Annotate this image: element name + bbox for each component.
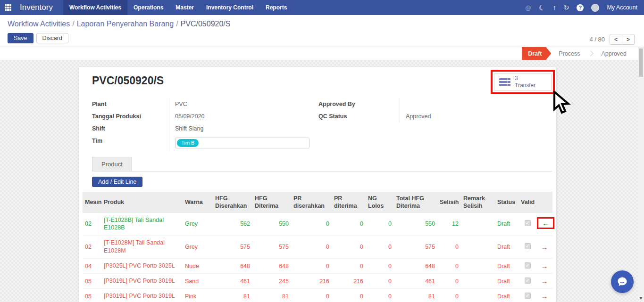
- cell-remark-selisih[interactable]: [461, 289, 495, 302]
- valid-checkbox[interactable]: [525, 262, 531, 269]
- cell-total-hfg-diterima[interactable]: 550: [394, 213, 437, 236]
- table-row[interactable]: 04[P3025L] PVC Porto 3025LNude6486480006…: [83, 259, 552, 274]
- cell-ng-lolos[interactable]: 0: [366, 289, 394, 302]
- discard-button[interactable]: Discard: [36, 33, 68, 43]
- app-brand[interactable]: Inventory: [16, 3, 63, 12]
- cell-selisih[interactable]: 0: [437, 289, 461, 302]
- field-value-plant[interactable]: PVC: [169, 98, 306, 110]
- nav-item-reports[interactable]: Reports: [259, 0, 293, 15]
- nav-item-master[interactable]: Master: [169, 0, 200, 15]
- table-row[interactable]: 02[T-E1028M] Tali Sandal E1028MGrey57557…: [83, 236, 552, 259]
- valid-checkbox[interactable]: [525, 278, 531, 284]
- cell-remark-selisih[interactable]: [461, 213, 495, 236]
- cell-hfg-diserahkan[interactable]: 562: [213, 213, 252, 236]
- cell-hfg-diterima[interactable]: 550: [252, 213, 291, 236]
- cell-total-hfg-diterima[interactable]: 575: [394, 236, 437, 259]
- user-avatar[interactable]: [591, 4, 599, 12]
- cell-ng-lolos[interactable]: 0: [366, 213, 394, 236]
- field-value-shift[interactable]: Shift Siang: [169, 122, 306, 135]
- cell-remark-selisih[interactable]: [461, 259, 495, 274]
- pager-next-button[interactable]: >: [622, 34, 635, 45]
- cell-ng-lolos[interactable]: 0: [366, 274, 394, 289]
- cell-ng-lolos[interactable]: 0: [366, 236, 394, 259]
- col-header-hfg-diserahkan[interactable]: HFG Diserahkan: [213, 192, 252, 213]
- nav-item-operations[interactable]: Operations: [127, 0, 169, 15]
- col-header-warna[interactable]: Warna: [183, 192, 213, 213]
- cell-pr-diserahkan[interactable]: 0: [291, 213, 332, 236]
- cell-warna[interactable]: Nude: [183, 259, 213, 274]
- cell-warna[interactable]: Pink: [183, 289, 213, 302]
- cell-hfg-diterima[interactable]: 81: [252, 289, 291, 302]
- cell-remark-selisih[interactable]: [461, 274, 495, 289]
- table-row[interactable]: 05[P3019L] PVC Porto 3019LPink8181000810…: [83, 289, 552, 302]
- add-edit-line-button[interactable]: Add / Edit Line: [92, 177, 142, 187]
- vertical-scrollbar[interactable]: ▼: [638, 47, 644, 302]
- cell-hfg-diterima[interactable]: 245: [252, 274, 291, 289]
- cell-warna[interactable]: Grey: [183, 236, 213, 259]
- cell-selisih[interactable]: 0: [437, 236, 461, 259]
- col-header-ng-lolos[interactable]: NG Lolos: [366, 192, 394, 213]
- cell-total-hfg-diterima[interactable]: 648: [394, 259, 437, 274]
- tim-tag[interactable]: Tim B: [177, 139, 199, 147]
- cell-mesin[interactable]: 05: [83, 289, 101, 302]
- cell-arrow[interactable]: →: [536, 274, 552, 289]
- col-header-selisih[interactable]: Selisih: [437, 192, 461, 213]
- col-header-pr-diserahkan[interactable]: PR diserahkan: [291, 192, 332, 213]
- cell-arrow[interactable]: →: [536, 259, 552, 274]
- help-icon[interactable]: ?: [577, 4, 584, 11]
- field-value-tanggal-produksi[interactable]: 05/09/2020: [169, 110, 306, 122]
- cell-arrow[interactable]: ←: [536, 213, 552, 236]
- cell-selisih[interactable]: 0: [437, 259, 461, 274]
- pager-previous-button[interactable]: <: [610, 34, 622, 45]
- cell-total-hfg-diterima[interactable]: 81: [394, 289, 437, 302]
- cell-arrow[interactable]: →: [536, 289, 552, 302]
- valid-checkbox[interactable]: [525, 243, 531, 249]
- cell-pr-diserahkan[interactable]: 0: [291, 259, 332, 274]
- cell-arrow[interactable]: →: [536, 236, 552, 259]
- cell-produk[interactable]: [P3019L] PVC Porto 3019L: [101, 289, 183, 302]
- tim-input[interactable]: Tim B: [175, 138, 309, 148]
- table-row[interactable]: 02[T-E1028B] Tali Sandal E1028BGrey56255…: [83, 213, 552, 236]
- valid-checkbox[interactable]: [525, 220, 531, 226]
- cell-hfg-diterima[interactable]: 648: [252, 259, 291, 274]
- my-account-menu[interactable]: My Account: [607, 4, 637, 11]
- cell-valid[interactable]: [519, 213, 536, 236]
- col-header-produk[interactable]: Produk: [101, 192, 183, 213]
- cell-pr-diserahkan[interactable]: 0: [291, 289, 332, 302]
- cell-warna[interactable]: Sand: [183, 274, 213, 289]
- valid-checkbox[interactable]: [525, 293, 531, 299]
- cell-remark-selisih[interactable]: [461, 236, 495, 259]
- status-process[interactable]: Process: [551, 47, 587, 60]
- cell-produk[interactable]: [P3019L] PVC Porto 3019L: [101, 274, 183, 289]
- col-header-remark-selisih[interactable]: Remark Selisih: [461, 192, 495, 213]
- cell-hfg-diserahkan[interactable]: 81: [213, 289, 252, 302]
- cell-mesin[interactable]: 04: [83, 259, 101, 274]
- transfer-arrow-right-icon[interactable]: →: [541, 262, 548, 270]
- cell-produk[interactable]: [T-E1028B] Tali Sandal E1028B: [101, 213, 183, 236]
- cell-status[interactable]: Draft: [495, 259, 519, 274]
- cell-valid[interactable]: [519, 236, 536, 259]
- breadcrumb-workflow-activities[interactable]: Workflow Activities: [8, 20, 70, 28]
- cell-pr-diterima[interactable]: 0: [332, 259, 366, 274]
- cell-status[interactable]: Draft: [495, 274, 519, 289]
- col-header-mesin[interactable]: Mesin: [83, 192, 101, 213]
- cell-hfg-diserahkan[interactable]: 575: [213, 236, 252, 259]
- transfer-arrow-left-icon[interactable]: ←: [542, 219, 549, 227]
- transfer-arrow-right-icon[interactable]: →: [541, 292, 548, 300]
- cell-total-hfg-diterima[interactable]: 461: [394, 274, 437, 289]
- breadcrumb-laporan-penyerahan-barang[interactable]: Laporan Penyerahan Barang: [77, 20, 174, 28]
- cell-status[interactable]: Draft: [495, 236, 519, 259]
- cell-pr-diterima[interactable]: 0: [332, 213, 366, 236]
- scrollbar-down-arrow-icon[interactable]: ▼: [638, 296, 644, 301]
- cell-pr-diterima[interactable]: 0: [332, 236, 366, 259]
- cell-pr-diserahkan[interactable]: 0: [291, 236, 332, 259]
- cell-mesin[interactable]: 02: [83, 213, 101, 236]
- cell-produk[interactable]: [T-E1028M] Tali Sandal E1028M: [101, 236, 183, 259]
- cell-pr-diterima[interactable]: 216: [332, 274, 366, 289]
- col-header-hfg-diterima[interactable]: HFG Diterima: [252, 192, 291, 213]
- col-header-valid[interactable]: Valid: [519, 192, 536, 213]
- cell-mesin[interactable]: 02: [83, 236, 101, 259]
- col-header-pr-diterima[interactable]: PR diterima: [332, 192, 366, 213]
- field-value-qc-status[interactable]: Approved: [400, 110, 541, 122]
- cell-valid[interactable]: [519, 274, 536, 289]
